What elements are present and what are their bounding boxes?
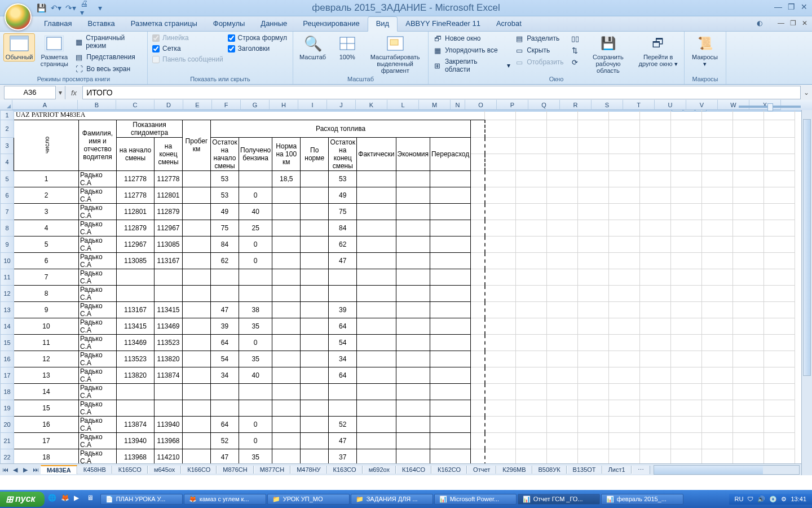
page-break-preview-button[interactable]: ▦Страничный режим [73,33,144,50]
tab-nav-prev-icon[interactable]: ◀ [10,466,20,474]
hide-button[interactable]: ▭Скрыть [514,45,564,55]
close-icon[interactable]: ✕ [801,2,807,11]
formula-input[interactable]: ИТОГО [82,86,801,99]
formula-expand-icon[interactable]: ⌄ [801,89,812,97]
tray-icon[interactable]: ⚙ [781,496,787,503]
col-header[interactable]: O [465,100,497,110]
reset-window-button[interactable]: ⟳ [570,57,581,67]
custom-views-button[interactable]: ▤Представления [73,52,144,62]
sheet-tab[interactable]: М877СН [254,466,290,474]
player-icon[interactable]: ▶ [74,494,84,504]
sheet-tab[interactable]: К164СО [396,466,431,474]
sheet-tab[interactable]: Лист1 [602,466,632,474]
redo-icon[interactable]: ↷▾ [65,3,76,13]
taskbar-item[interactable]: 📊Отчет ГСМ _ГО... [518,494,600,505]
col-header[interactable]: K [356,100,387,110]
sheet-tab[interactable]: К166СО [181,466,217,474]
print-icon[interactable]: 🖨▾ [80,3,90,13]
formula-bar-checkbox[interactable]: Строка формул [227,33,288,42]
sheet-tab[interactable]: В135ОТ [567,466,602,474]
tab-nav-first-icon[interactable]: ⏮ [0,466,10,473]
tray-icon[interactable]: 🔊 [757,496,765,503]
ribbon-tab[interactable]: Главная [36,17,80,31]
col-header[interactable]: V [686,100,718,110]
select-all-button[interactable] [0,100,12,110]
minimize-icon[interactable]: ― [774,2,782,11]
col-header[interactable]: A [12,100,78,110]
arrange-all-button[interactable]: ▦Упорядочить все [432,45,511,55]
sheet-tab[interactable]: К458НВ [77,466,112,474]
col-header[interactable]: H [270,100,298,110]
sheet-tab[interactable]: К165СО [112,466,148,474]
zoom-100-button[interactable]: 100% [331,33,363,62]
doc-close-icon[interactable]: ✕ [802,19,807,27]
tray-icon[interactable]: 🛡 [747,496,753,502]
zoom-slider[interactable] [739,106,801,108]
sheet-tab[interactable]: К296МВ [496,466,532,474]
col-header[interactable]: W [718,100,749,110]
col-header[interactable]: R [560,100,592,110]
macros-button[interactable]: 📜Макросы▾ [688,33,722,68]
col-header[interactable]: S [592,100,623,110]
taskbar-item[interactable]: 📄ПЛАН УРОКА У... [100,494,183,505]
sheet-tab[interactable]: К162СО [431,466,467,474]
col-header[interactable]: L [387,100,419,110]
ribbon-tab[interactable]: Формулы [205,17,253,31]
col-header[interactable]: I [298,100,327,110]
office-button[interactable] [5,3,32,30]
sheet-tab[interactable]: М876СН [217,466,253,474]
sheet-tab[interactable]: м692ох [363,466,396,474]
col-header[interactable]: J [327,100,356,110]
col-header[interactable]: M [419,100,451,110]
headings-checkbox[interactable]: Заголовки [227,44,288,53]
doc-restore-icon[interactable]: ❐ [790,19,796,27]
desktop-icon[interactable]: 🖥 [87,494,97,504]
maximize-icon[interactable]: ❐ [788,2,795,11]
col-header[interactable]: E [183,100,212,110]
zoom-to-selection-button[interactable]: Масштабировать выделенный фрагмент [365,33,425,75]
taskbar-item[interactable]: 📁ЗАДАНИЯ ДЛЯ ... [351,494,433,505]
new-window-button[interactable]: 🗗Новое окно [432,33,511,43]
name-box[interactable]: A36 [4,86,56,99]
split-button[interactable]: ▤Разделить [514,33,564,43]
col-header[interactable]: N [451,100,465,110]
col-header[interactable]: G [241,100,270,110]
col-header[interactable]: T [623,100,655,110]
help-icon[interactable]: ◐ [757,19,762,27]
ribbon-tab[interactable]: Рецензирование [295,17,367,31]
full-screen-button[interactable]: ⛶Во весь экран [73,64,144,74]
clock[interactable]: 13:41 [791,496,806,502]
doc-minimize-icon[interactable]: ― [778,19,784,27]
tray-icon[interactable]: 💿 [769,496,777,503]
ribbon-tab[interactable]: Данные [253,17,295,31]
insert-sheet-icon[interactable]: ⋯ [632,466,650,474]
start-button[interactable]: ⊞пуск [0,492,45,507]
taskbar-item[interactable]: 📊февраль 2015_... [601,494,683,505]
view-normal-button[interactable]: Обычный [3,33,35,62]
gridlines-checkbox[interactable]: Сетка [151,44,224,53]
view-page-layout-button[interactable]: Разметка страницы [37,33,71,68]
zoom-button[interactable]: 🔍Масштаб [297,33,329,62]
freeze-panes-button[interactable]: ⊞Закрепить области ▾ [432,57,511,74]
taskbar-item[interactable]: 📁УРОК УП_МО [267,494,350,505]
sheet-tab[interactable]: К163СО [327,466,363,474]
ribbon-tab[interactable]: Вид [368,16,398,32]
ribbon-tab[interactable]: ABBYY FineReader 11 [398,17,488,31]
firefox-icon[interactable]: 🦊 [61,494,71,504]
col-header[interactable]: B [78,100,116,110]
sheet-tab[interactable]: В508УК [532,466,567,474]
sheet-tab[interactable]: м645ох [148,466,181,474]
col-header[interactable]: P [497,100,528,110]
sync-scroll-button[interactable]: ⇅ [570,45,581,55]
name-box-dropdown-icon[interactable]: ▾ [56,86,65,99]
taskbar-item[interactable]: 📊Microsoft Power... [434,494,517,505]
sheet-tab[interactable]: Отчет [467,466,496,474]
tab-nav-last-icon[interactable]: ⏭ [30,466,41,473]
sheet-tab[interactable]: М478НУ [290,466,326,474]
save-workspace-button[interactable]: 💾Сохранить рабочую область [583,33,634,75]
undo-icon[interactable]: ↶▾ [51,3,61,13]
col-header[interactable]: U [655,100,686,110]
horizontal-scrollbar[interactable] [654,465,800,475]
col-header[interactable]: C [116,100,155,110]
ribbon-tab[interactable]: Разметка страницы [123,17,205,31]
